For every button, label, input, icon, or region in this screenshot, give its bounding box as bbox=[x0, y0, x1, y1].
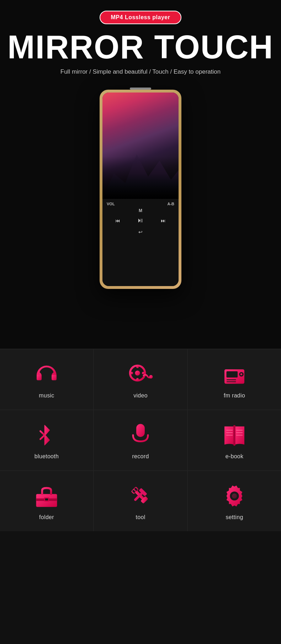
toolbox-icon bbox=[34, 484, 59, 508]
bluetooth-icon bbox=[34, 423, 59, 448]
svg-point-4 bbox=[136, 366, 139, 368]
microphone-icon bbox=[128, 423, 153, 448]
controls-vol-ab-row: VOL A-B bbox=[107, 202, 174, 206]
book-icon bbox=[222, 423, 247, 448]
device-earpiece bbox=[130, 88, 151, 90]
svg-point-6 bbox=[131, 372, 133, 374]
device-controls: VOL A-B M ⏮ ⏯ ⏭ ↩ bbox=[102, 199, 179, 286]
prev-button: ⏮ bbox=[115, 218, 120, 223]
next-button: ⏭ bbox=[161, 218, 166, 223]
features-grid: music bbox=[0, 349, 281, 531]
m-label: M bbox=[139, 208, 142, 213]
ebook-label: e-book bbox=[226, 453, 244, 460]
play-pause-button: ⏯ bbox=[137, 217, 144, 224]
record-label: record bbox=[132, 453, 149, 460]
svg-rect-12 bbox=[227, 371, 238, 378]
screen-image bbox=[102, 93, 179, 199]
hero-subtitle: Full mirror / Simple and beautiful / Tou… bbox=[60, 68, 221, 75]
controls-m-row: M bbox=[107, 208, 174, 213]
feature-cell-ebook[interactable]: e-book bbox=[188, 410, 281, 470]
feature-cell-fm-radio[interactable]: fm radio bbox=[188, 349, 281, 410]
folder-label: folder bbox=[39, 514, 54, 521]
svg-point-5 bbox=[136, 378, 139, 381]
svg-rect-19 bbox=[136, 424, 145, 437]
gear-icon bbox=[222, 484, 247, 508]
hero-title: MIRROR TOUCH bbox=[7, 31, 274, 63]
feature-cell-music[interactable]: music bbox=[0, 349, 93, 410]
device-inner: VOL A-B M ⏮ ⏯ ⏭ ↩ bbox=[102, 93, 179, 286]
device-screen bbox=[102, 93, 179, 199]
svg-point-7 bbox=[142, 372, 144, 374]
feature-cell-record[interactable]: record bbox=[94, 410, 187, 470]
controls-back-row: ↩ bbox=[107, 229, 174, 235]
product-badge: MP4 Lossless player bbox=[100, 11, 182, 24]
svg-point-41 bbox=[232, 493, 237, 498]
svg-point-8 bbox=[149, 375, 153, 379]
feature-cell-folder[interactable]: folder bbox=[0, 471, 93, 531]
mp4-player-device: VOL A-B M ⏮ ⏯ ⏭ ↩ bbox=[100, 90, 181, 289]
svg-point-3 bbox=[135, 371, 140, 376]
wrench-icon bbox=[128, 484, 153, 508]
hero-section: MP4 Lossless player MIRROR TOUCH Full mi… bbox=[0, 0, 281, 349]
svg-rect-0 bbox=[37, 375, 42, 380]
bluetooth-label: bluetooth bbox=[35, 453, 59, 460]
feature-cell-setting[interactable]: setting bbox=[188, 471, 281, 531]
video-label: video bbox=[133, 392, 148, 399]
music-icon bbox=[34, 362, 59, 387]
back-button: ↩ bbox=[138, 229, 143, 235]
device-display: VOL A-B M ⏮ ⏯ ⏭ ↩ bbox=[100, 90, 181, 289]
controls-playback-row: ⏮ ⏯ ⏭ bbox=[107, 217, 174, 224]
svg-rect-32 bbox=[45, 498, 48, 501]
svg-point-14 bbox=[240, 373, 243, 375]
tool-label: tool bbox=[136, 514, 145, 521]
vol-label: VOL bbox=[107, 202, 115, 206]
svg-rect-1 bbox=[52, 375, 57, 380]
svg-rect-22 bbox=[233, 425, 235, 445]
ab-label: A-B bbox=[167, 202, 174, 206]
feature-cell-tool[interactable]: tool bbox=[94, 471, 187, 531]
fm-radio-label: fm radio bbox=[224, 392, 245, 399]
music-label: music bbox=[39, 392, 54, 399]
setting-label: setting bbox=[226, 514, 243, 521]
video-icon bbox=[128, 362, 153, 387]
feature-cell-bluetooth[interactable]: bluetooth bbox=[0, 410, 93, 470]
radio-icon bbox=[222, 362, 247, 387]
svg-line-18 bbox=[41, 435, 45, 439]
feature-cell-video[interactable]: video bbox=[94, 349, 187, 410]
